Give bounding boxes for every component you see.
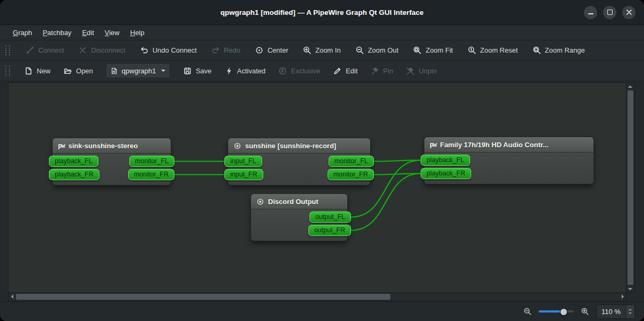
- zoom-fit-button[interactable]: Zoom Fit: [413, 46, 453, 55]
- titlebar[interactable]: qpwgraph1 [modified] — A PipeWire Graph …: [0, 0, 644, 25]
- input-port-playback_FR[interactable]: playback_FR: [49, 169, 99, 180]
- pipewire-icon: pw: [430, 141, 436, 148]
- graph-node-family[interactable]: pwFamily 17h/19h HD Audio Contr...playba…: [424, 137, 594, 184]
- maximize-button[interactable]: [603, 6, 616, 19]
- open-button[interactable]: Open: [63, 66, 93, 75]
- activated-toggle[interactable]: Activated: [224, 66, 265, 75]
- node-ports: output_FLoutput_FR: [251, 209, 347, 241]
- redo-icon: [211, 46, 220, 55]
- toolbar-patchbay: New Open qpwgraph1 Save Activated Exclus…: [0, 61, 644, 81]
- center-icon: [255, 46, 264, 55]
- pin-button[interactable]: Pin: [371, 66, 394, 75]
- spin-down-button[interactable]: [629, 312, 632, 316]
- scroll-right-button[interactable]: [619, 293, 626, 300]
- connect-button[interactable]: Connect: [26, 46, 64, 55]
- spin-up-button[interactable]: [629, 307, 632, 310]
- arrow-up-icon: [628, 83, 632, 88]
- graph-node-sink[interactable]: pwsink-sunshine-stereoplayback_FLplaybac…: [52, 138, 171, 185]
- vertical-scroll-thumb[interactable]: [628, 90, 633, 285]
- unpin-button[interactable]: Unpin: [406, 66, 437, 75]
- input-port-input_FR[interactable]: input_FR: [224, 169, 263, 180]
- connection-wire[interactable]: [374, 174, 421, 175]
- input-port-input_FL[interactable]: input_FL: [224, 156, 262, 167]
- menu-edit[interactable]: Edit: [77, 25, 99, 40]
- record-icon: [256, 198, 264, 206]
- patchbay-file-combo[interactable]: qpwgraph1: [106, 63, 170, 78]
- scroll-left-button[interactable]: [9, 293, 15, 300]
- graph-canvas[interactable]: pwsink-sunshine-stereoplayback_FLplaybac…: [9, 83, 626, 292]
- output-port-output_FR[interactable]: output_FR: [308, 225, 351, 236]
- chevron-down-icon: [161, 70, 165, 74]
- zoom-in-button[interactable]: Zoom In: [303, 46, 341, 55]
- menu-patchbay[interactable]: Patchbay: [37, 25, 77, 40]
- menu-view[interactable]: View: [99, 25, 125, 40]
- node-title-bar[interactable]: sunshine [sunshine-record]: [228, 138, 370, 154]
- output-port-monitor_FL[interactable]: monitor_FL: [129, 156, 174, 167]
- zoom-slider[interactable]: [539, 307, 574, 316]
- statusbar: 110 %: [0, 301, 644, 321]
- exclusive-toggle[interactable]: Exclusive: [278, 66, 320, 75]
- slider-handle[interactable]: [560, 308, 567, 316]
- app-window: qpwgraph1 [modified] — A PipeWire Graph …: [0, 0, 644, 321]
- zoom-in-icon: [303, 46, 312, 55]
- graph-node-discord[interactable]: Discord Outputoutput_FLoutput_FR: [250, 193, 348, 241]
- zoom-in-icon[interactable]: [581, 307, 589, 316]
- close-button[interactable]: [622, 6, 635, 19]
- disconnect-icon: [78, 46, 87, 55]
- save-button[interactable]: Save: [183, 66, 212, 75]
- center-button[interactable]: Center: [255, 46, 288, 55]
- menubar: Graph Patchbay Edit View Help: [0, 25, 644, 40]
- output-port-monitor_FR[interactable]: monitor_FR: [328, 169, 374, 180]
- zoom-out-icon[interactable]: [523, 307, 532, 316]
- vertical-scrollbar[interactable]: [626, 82, 635, 293]
- zoom-out-button[interactable]: Zoom Out: [355, 46, 399, 55]
- arrow-right-icon: [622, 294, 626, 299]
- node-ports: playback_FLplayback_FR: [424, 153, 593, 184]
- output-port-monitor_FL[interactable]: monitor_FL: [329, 156, 374, 167]
- disconnect-button[interactable]: Disconnect: [78, 46, 125, 55]
- zoom-range-button[interactable]: Zoom Range: [532, 46, 585, 55]
- scroll-up-button[interactable]: [626, 83, 633, 90]
- graph-node-sunshine[interactable]: sunshine [sunshine-record]input_FLinput_…: [228, 138, 371, 185]
- undo-connect-button[interactable]: Undo Connect: [140, 46, 197, 55]
- minimize-icon: [588, 13, 593, 14]
- node-title-bar[interactable]: Discord Output: [251, 194, 347, 209]
- menu-graph[interactable]: Graph: [7, 25, 37, 40]
- new-file-icon: [24, 66, 33, 75]
- zoom-spinbox[interactable]: 110 %: [596, 305, 635, 319]
- lightning-bolt-icon: [224, 66, 233, 75]
- vertical-scroll-track: [626, 90, 634, 285]
- undo-icon: [140, 46, 149, 55]
- zoom-value: 110 %: [597, 308, 625, 316]
- window-title: qpwgraph1 [modified] — A PipeWire Graph …: [220, 9, 423, 16]
- connection-wire[interactable]: [374, 160, 421, 162]
- menu-help[interactable]: Help: [125, 25, 150, 40]
- edit-toggle[interactable]: Edit: [333, 66, 357, 75]
- patchbay-file-icon: [110, 67, 118, 75]
- node-ports: input_FLinput_FRmonitor_FLmonitor_FR: [228, 154, 370, 185]
- new-button[interactable]: New: [24, 66, 51, 75]
- node-ports: playback_FLplayback_FRmonitor_FLmonitor_…: [53, 154, 171, 185]
- node-title-bar[interactable]: pwsink-sunshine-stereo: [53, 138, 171, 154]
- zoom-fit-icon: [413, 46, 422, 55]
- input-port-playback_FL[interactable]: playback_FL: [421, 155, 470, 166]
- zoom-reset-icon: [467, 46, 476, 55]
- scroll-down-button[interactable]: [626, 285, 633, 292]
- toolbar-handle[interactable]: [5, 66, 10, 76]
- zoom-reset-button[interactable]: Zoom Reset: [467, 46, 518, 55]
- redo-button[interactable]: Redo: [211, 46, 240, 55]
- horizontal-scroll-thumb[interactable]: [16, 294, 390, 300]
- pin-icon: [371, 66, 380, 75]
- graph-viewport[interactable]: pwsink-sunshine-stereoplayback_FLplaybac…: [8, 82, 626, 293]
- horizontal-scroll-track: [15, 293, 619, 301]
- toolbar-handle[interactable]: [5, 45, 10, 55]
- input-port-playback_FL[interactable]: playback_FL: [49, 156, 98, 167]
- input-port-playback_FR[interactable]: playback_FR: [421, 168, 471, 179]
- minimize-button[interactable]: [584, 6, 597, 19]
- output-port-monitor_FR[interactable]: monitor_FR: [128, 169, 174, 180]
- node-title-bar[interactable]: pwFamily 17h/19h HD Audio Contr...: [424, 137, 593, 153]
- output-port-output_FL[interactable]: output_FL: [310, 212, 351, 223]
- input-ports: input_FLinput_FR: [228, 156, 263, 180]
- horizontal-scrollbar[interactable]: [8, 292, 626, 301]
- canvas-area: pwsink-sunshine-stereoplayback_FLplaybac…: [0, 81, 644, 301]
